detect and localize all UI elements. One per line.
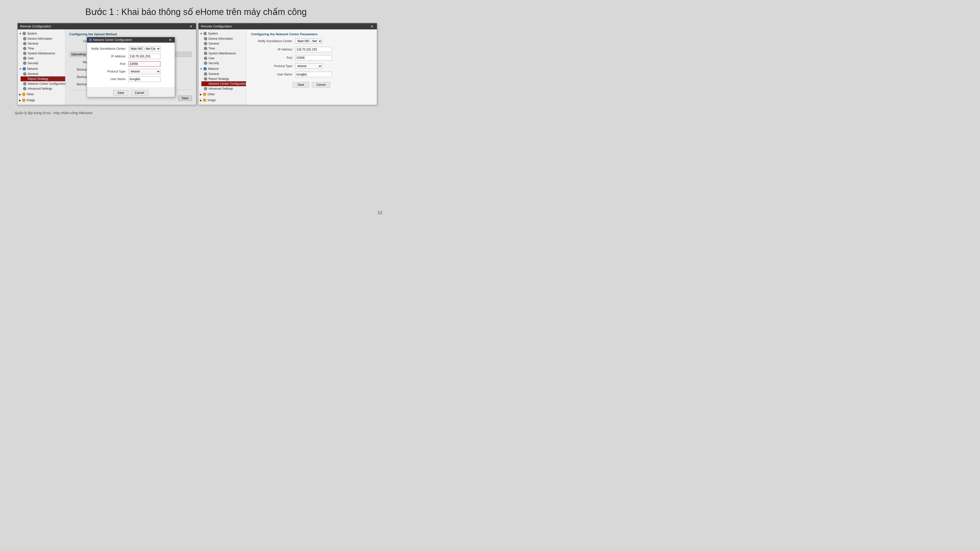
r-ip-input[interactable]: [295, 47, 332, 52]
sidebar-network-parent[interactable]: ▼ Network: [18, 66, 65, 71]
sidebar-item-advanced-settings[interactable]: Advanced Settings: [21, 86, 65, 91]
modal-user-input[interactable]: [129, 76, 161, 82]
modal-notify-row: Notify Surveillance Center: Main NIC - N…: [89, 46, 172, 51]
r-network-arrow-icon: ▼: [200, 68, 202, 70]
r-user-input[interactable]: [295, 72, 332, 77]
r-sidebar-network-center-config-label: Network Center Configuration: [208, 82, 247, 86]
sidebar-item-security[interactable]: Security: [21, 61, 65, 66]
r-sidebar-system-parent[interactable]: ▼ System: [199, 31, 246, 36]
sidebar-item-general[interactable]: General: [21, 41, 65, 46]
r-notify-select[interactable]: Main NIC - Net Center1: [295, 38, 322, 44]
sidebar-network-label: Network: [27, 67, 38, 70]
r-sidebar-other-label: Other: [207, 92, 215, 96]
modal-notify-select[interactable]: Main NIC - Net Center1: [129, 46, 161, 51]
sidebar-item-user[interactable]: User: [21, 56, 65, 61]
sidebar-item-system-maintenance[interactable]: System Maintenance: [21, 51, 65, 56]
r-save-button[interactable]: Save: [293, 82, 309, 87]
general2-icon: [23, 72, 27, 76]
r-sidebar-system-label: System: [208, 32, 218, 35]
modal-titlebar: Network Center Configuration ✕: [87, 37, 175, 43]
r-sidebar-device-info-label: Device Information: [208, 37, 233, 40]
r-report-strategy-icon: [204, 77, 207, 81]
modal-protocol-row: Protocol Type: ehome: [89, 69, 172, 74]
sidebar-other-parent[interactable]: ▶ Other: [18, 92, 65, 97]
r-sidebar-user-label: User: [208, 57, 215, 60]
r-sidebar-image-label: Image: [207, 98, 216, 102]
sidebar-item-time[interactable]: Time: [21, 46, 65, 51]
right-section-title: Configuring the Network Center Parameter…: [251, 32, 372, 36]
report-strategy-icon: [23, 77, 27, 81]
sidebar-system-label: System: [27, 32, 37, 35]
modal-body: Notify Surveillance Center: Main NIC - N…: [87, 43, 175, 87]
r-time-icon: [204, 47, 207, 50]
modal-port-input[interactable]: [129, 61, 161, 67]
image-icon: [22, 98, 25, 102]
modal-cancel-button[interactable]: Cancel: [131, 90, 148, 95]
modal-port-label: Port:: [89, 62, 129, 66]
r-sidebar-item-user[interactable]: User: [201, 56, 246, 61]
network-center-config-icon: [23, 82, 27, 86]
modal-ip-input[interactable]: [129, 54, 161, 59]
r-protocol-row: Protocol Type: ehome: [251, 64, 372, 69]
r-image-arrow-icon: ▶: [200, 99, 202, 102]
r-sidebar-item-advanced-settings[interactable]: Advanced Settings: [201, 86, 246, 91]
r-cancel-button[interactable]: Cancel: [312, 82, 330, 87]
r-user-label: User Name:: [251, 73, 295, 76]
sidebar-report-strategy-label: Report Strategy: [28, 77, 48, 81]
sidebar-item-general2[interactable]: General: [21, 71, 65, 76]
r-ip-row: IP Address:: [251, 47, 372, 52]
r-sidebar-network-parent[interactable]: ▼ Network: [199, 66, 246, 71]
r-advanced-settings-icon: [204, 87, 207, 91]
modal-btn-row: Save Cancel: [87, 87, 175, 97]
right-remote-window: Remote Configuration ✕ ▼ System Device I: [198, 23, 377, 105]
r-sidebar-general-label: General: [208, 42, 219, 45]
sidebar-system-parent[interactable]: ▼ System: [18, 31, 65, 36]
system-icon: [22, 32, 26, 35]
modal-port-row: Port:: [89, 61, 172, 67]
modal-close-btn[interactable]: ✕: [168, 38, 173, 41]
r-sidebar-other-parent[interactable]: ▶ Other: [199, 92, 246, 97]
sidebar-item-report-strategy[interactable]: Report Strategy: [21, 76, 65, 81]
other-arrow-icon: ▶: [19, 93, 21, 96]
modal-save-button[interactable]: Save: [113, 90, 128, 95]
sidebar-image-parent[interactable]: ▶ Image: [18, 97, 65, 103]
r-network-icon: [204, 67, 207, 70]
r-sidebar-image-parent[interactable]: ▶ Image: [199, 97, 246, 103]
r-sidebar-item-general[interactable]: General: [201, 41, 246, 46]
r-device-info-icon: [204, 37, 207, 40]
r-image-icon: [203, 98, 206, 102]
other-icon: [22, 92, 25, 96]
sys-maint-icon: [23, 52, 27, 55]
r-sidebar-item-network-center-config[interactable]: Network Center Configuration: [201, 81, 246, 86]
r-sidebar-item-sys-maint[interactable]: System Maintenance: [201, 51, 246, 56]
r-sidebar-item-general2[interactable]: General: [201, 71, 246, 76]
network-icon: [22, 67, 26, 70]
r-sidebar-general2-label: General: [208, 72, 219, 76]
r-ip-label: IP Address:: [251, 48, 295, 51]
r-sidebar-item-device-info[interactable]: Device Information: [201, 36, 246, 41]
right-window-close[interactable]: ✕: [369, 25, 374, 28]
r-sidebar-item-report-strategy[interactable]: Report Strategy: [201, 76, 246, 81]
left-window-close[interactable]: ✕: [189, 25, 194, 28]
sidebar-item-device-info[interactable]: Device Information: [21, 36, 65, 41]
modal-title: Network Center Configuration: [93, 38, 132, 41]
sidebar-security-label: Security: [28, 62, 38, 65]
right-window-title: Remote Configuration: [201, 24, 232, 28]
modal-protocol-select[interactable]: ehome: [129, 69, 161, 74]
r-protocol-select[interactable]: ehome: [295, 64, 322, 69]
modal-notify-label: Notify Surveillance Center:: [89, 47, 129, 51]
time-icon: [23, 47, 27, 50]
left-window-titlebar: Remote Configuration ✕: [18, 23, 196, 29]
r-sidebar-item-security[interactable]: Security: [201, 61, 246, 66]
sidebar-network-center-config-label: Network Center Configuration: [28, 82, 67, 86]
r-system-arrow-icon: ▼: [200, 32, 202, 35]
r-general2-icon: [204, 72, 207, 76]
r-sidebar-security-label: Security: [208, 62, 219, 65]
r-sidebar-sys-maint-label: System Maintenance: [208, 52, 236, 55]
r-port-input[interactable]: [295, 55, 332, 60]
r-port-label: Port:: [251, 56, 295, 59]
r-sidebar-item-time[interactable]: Time: [201, 46, 246, 51]
r-notify-label: Notify Surveillance Center:: [251, 40, 295, 43]
sidebar-other-label: Other: [27, 92, 34, 96]
sidebar-item-network-center-config[interactable]: Network Center Configuration: [21, 81, 65, 86]
